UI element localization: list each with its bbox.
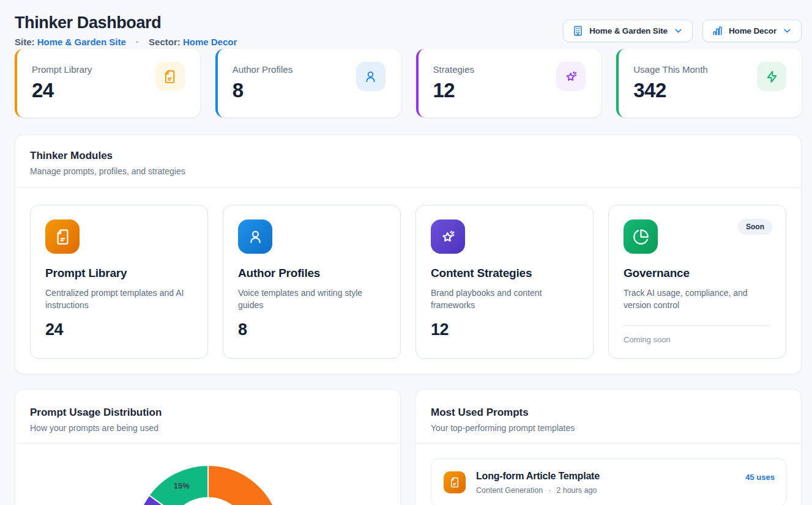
sector-selector-dropdown[interactable]: Home Decor bbox=[702, 20, 802, 42]
document-icon bbox=[444, 471, 466, 493]
page-header: Thinker Dashboard Site: Home & Garden Si… bbox=[15, 13, 802, 47]
building-icon bbox=[572, 25, 584, 37]
prompt-item-time: 2 hours ago bbox=[556, 486, 597, 495]
module-card-governance[interactable]: Soon Governance Track AI usage, complian… bbox=[608, 205, 786, 359]
usage-card-header: Prompt Usage Distribution How your promp… bbox=[15, 389, 400, 444]
module-count: 12 bbox=[431, 320, 578, 339]
prompt-item-category: Content Generation bbox=[476, 486, 543, 495]
modules-panel: Thinker Modules Manage prompts, profiles… bbox=[15, 135, 802, 374]
document-icon bbox=[155, 62, 185, 91]
zap-icon bbox=[757, 62, 786, 91]
sector-label: Sector: bbox=[149, 37, 181, 47]
prompts-card-header: Most Used Prompts Your top-performing pr… bbox=[416, 389, 801, 444]
prompt-item-meta: Content Generation · 2 hours ago bbox=[476, 486, 600, 495]
module-description: Brand playbooks and content frameworks bbox=[431, 287, 578, 311]
usage-distribution-card: Prompt Usage Distribution How your promp… bbox=[15, 389, 401, 505]
pie-chart-icon bbox=[624, 219, 658, 254]
module-card-content-strategies[interactable]: Content Strategies Brand playbooks and c… bbox=[415, 205, 594, 359]
prompt-item-uses: 45 uses bbox=[745, 473, 775, 482]
usage-card-title: Prompt Usage Distribution bbox=[30, 407, 386, 419]
sparkle-star-icon bbox=[431, 219, 465, 254]
module-description: Track AI usage, compliance, and version … bbox=[624, 287, 771, 311]
donut-slice bbox=[208, 465, 281, 505]
bar-chart-icon bbox=[712, 25, 723, 37]
site-selector-label: Home & Garden Site bbox=[589, 26, 668, 35]
site-link[interactable]: Home & Garden Site bbox=[37, 37, 126, 47]
prompt-list-item[interactable]: Long-form Article Template Content Gener… bbox=[431, 459, 786, 505]
stat-card-author-profiles: Author Profiles 8 bbox=[215, 49, 401, 117]
dashboard-page: Thinker Dashboard Site: Home & Garden Si… bbox=[0, 0, 812, 505]
stat-card-usage: Usage This Month 342 bbox=[616, 49, 802, 117]
stat-card-strategies: Strategies 12 bbox=[416, 49, 602, 117]
prompt-list: Long-form Article Template Content Gener… bbox=[416, 444, 801, 505]
module-description: Centralized prompt templates and AI inst… bbox=[45, 287, 193, 311]
sector-selector-label: Home Decor bbox=[729, 26, 777, 35]
module-card-prompt-library[interactable]: Prompt Library Centralized prompt templa… bbox=[30, 205, 208, 359]
stats-row: Prompt Library 24 Author Profiles 8 Stra… bbox=[15, 49, 802, 117]
module-title: Author Profiles bbox=[238, 267, 386, 280]
sparkle-star-icon bbox=[556, 62, 586, 91]
meta-separator: · bbox=[548, 486, 551, 495]
donut-slice-label: 15% bbox=[173, 481, 189, 490]
most-used-prompts-card: Most Used Prompts Your top-performing pr… bbox=[415, 389, 802, 505]
modules-panel-header: Thinker Modules Manage prompts, profiles… bbox=[15, 135, 801, 188]
header-titles: Thinker Dashboard Site: Home & Garden Si… bbox=[15, 13, 237, 47]
module-title: Prompt Library bbox=[45, 267, 193, 280]
prompts-card-subtitle: Your top-performing prompt templates bbox=[431, 423, 786, 433]
breadcrumb: Site: Home & Garden Site · Sector: Home … bbox=[15, 37, 237, 47]
donut-chart-svg: 45%25%15%15% bbox=[37, 444, 379, 505]
user-icon bbox=[238, 219, 272, 254]
donut-chart: 45%25%15%15% bbox=[15, 444, 400, 505]
modules-panel-title: Thinker Modules bbox=[30, 150, 786, 162]
module-card-author-profiles[interactable]: Author Profiles Voice templates and writ… bbox=[223, 205, 401, 359]
header-selectors: Home & Garden Site Home Decor bbox=[563, 20, 802, 42]
modules-grid: Prompt Library Centralized prompt templa… bbox=[15, 188, 801, 374]
bottom-row: Prompt Usage Distribution How your promp… bbox=[15, 389, 802, 505]
usage-card-subtitle: How your prompts are being used bbox=[30, 423, 386, 433]
modules-panel-subtitle: Manage prompts, profiles, and strategies bbox=[30, 166, 786, 176]
module-description: Voice templates and writing style guides bbox=[238, 287, 386, 311]
sector-link[interactable]: Home Decor bbox=[183, 37, 237, 47]
module-title: Content Strategies bbox=[431, 267, 578, 280]
site-label: Site: bbox=[15, 37, 35, 47]
breadcrumb-separator: · bbox=[136, 37, 139, 47]
site-selector-dropdown[interactable]: Home & Garden Site bbox=[563, 20, 693, 42]
chevron-down-icon bbox=[782, 26, 792, 36]
prompt-item-title: Long-form Article Template bbox=[476, 471, 600, 482]
module-count: 24 bbox=[45, 320, 193, 339]
prompts-card-title: Most Used Prompts bbox=[431, 407, 786, 419]
chevron-down-icon bbox=[673, 26, 683, 36]
module-footer-note: Coming soon bbox=[624, 325, 771, 344]
document-icon bbox=[45, 219, 80, 254]
user-icon bbox=[356, 62, 386, 91]
module-title: Governance bbox=[624, 267, 771, 280]
prompt-item-texts: Long-form Article Template Content Gener… bbox=[476, 471, 600, 495]
module-count: 8 bbox=[238, 320, 386, 339]
page-title: Thinker Dashboard bbox=[15, 13, 237, 32]
soon-badge: Soon bbox=[738, 219, 772, 235]
stat-card-prompt-library: Prompt Library 24 bbox=[15, 49, 200, 117]
